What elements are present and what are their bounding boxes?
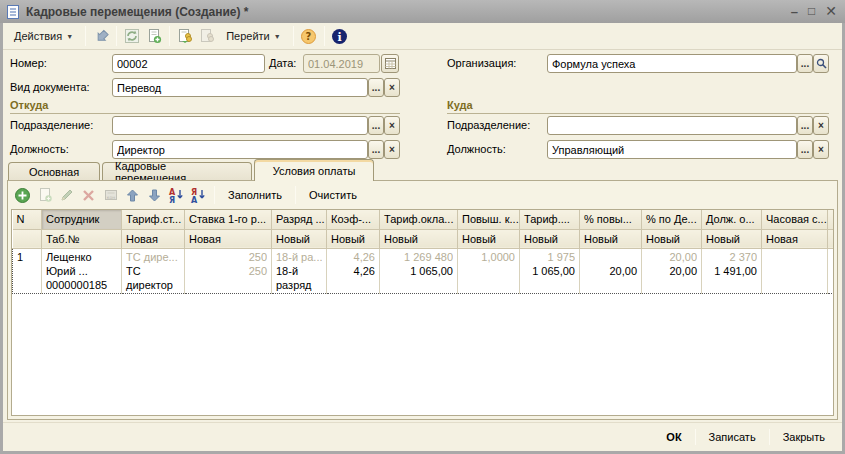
minimize-button[interactable]: – — [791, 5, 798, 18]
table-cell[interactable]: 4,264,26 — [327, 248, 380, 293]
tab-main[interactable]: Основная — [8, 162, 100, 181]
close-button-footer[interactable]: Закрыть — [772, 427, 836, 447]
column-subheader[interactable]: Новая — [185, 229, 272, 248]
column-subheader[interactable]: Таб.№ — [42, 229, 122, 248]
column-subheader[interactable]: Новая — [122, 229, 185, 248]
move-down-icon[interactable] — [145, 186, 164, 205]
column-header[interactable]: Разряд ... — [272, 210, 327, 229]
from-department-field[interactable] — [112, 116, 368, 135]
to-department-field[interactable] — [547, 116, 797, 135]
column-subheader[interactable]: Новый — [327, 229, 380, 248]
maximize-button[interactable]: □ — [808, 5, 815, 18]
column-subheader[interactable]: Новый — [520, 229, 580, 248]
column-subheader[interactable]: Новый — [702, 229, 762, 248]
table-cell[interactable]: 20,00 — [580, 248, 642, 293]
to-position-field[interactable] — [547, 140, 797, 159]
table-cell[interactable]: Лещенко Юрий ...0000000185 — [42, 248, 122, 293]
row-number-cell[interactable]: 1 — [13, 248, 42, 293]
column-subheader[interactable]: Новая — [762, 229, 828, 248]
delete-icon[interactable] — [79, 186, 98, 205]
close-button[interactable]: ✕ — [825, 5, 837, 18]
client-area: Действия▼ Перейти▼ — [3, 23, 842, 451]
sort-asc-icon[interactable]: АЯ — [167, 186, 186, 205]
column-header[interactable]: % по Де... — [642, 210, 702, 229]
table-cell[interactable]: 1 9751 065,00 — [520, 248, 580, 293]
goto-button[interactable]: Перейти▼ — [219, 27, 288, 45]
add-icon[interactable] — [13, 186, 32, 205]
info-icon[interactable]: i — [330, 26, 350, 46]
column-header[interactable]: Ставка 1-го р... — [185, 210, 272, 229]
refresh-icon[interactable] — [122, 26, 142, 46]
table-cell[interactable]: 18-й ра...18-й разряд — [272, 248, 327, 293]
date-field[interactable] — [303, 54, 380, 73]
unpost-icon[interactable] — [197, 26, 217, 46]
column-subheader[interactable]: Новый — [642, 229, 702, 248]
column-subheader[interactable]: Новый — [580, 229, 642, 248]
column-header[interactable]: Повыш. к... — [458, 210, 520, 229]
column-header[interactable]: Тариф.... — [520, 210, 580, 229]
old-value: 1,0000 — [462, 250, 515, 264]
doc-type-field[interactable] — [112, 78, 368, 97]
organization-field[interactable] — [547, 54, 797, 73]
column-header[interactable]: Коэф-... — [327, 210, 380, 229]
separator — [295, 186, 296, 204]
column-header[interactable]: % повы... — [580, 210, 642, 229]
fill-button[interactable]: Заполнить — [221, 186, 289, 204]
old-value: 1 975 — [524, 250, 575, 264]
table-cell[interactable]: 1 269 4801 065,00 — [380, 248, 458, 293]
from-position-field[interactable] — [112, 140, 368, 159]
organization-open-button[interactable] — [813, 54, 829, 73]
from-position-label: Должность: — [10, 140, 69, 159]
post-icon[interactable] — [175, 26, 195, 46]
old-value: 1 269 480 — [384, 250, 453, 264]
doc-type-choose-button[interactable]: ... — [368, 78, 384, 97]
table-cell[interactable]: ТС дире...ТС директор — [122, 248, 185, 293]
table-cell[interactable]: 20,0020,00 — [642, 248, 702, 293]
copy-add-icon[interactable] — [144, 26, 164, 46]
payment-terms-table: NСотрудникТариф.ст...Ставка 1-го р...Раз… — [12, 210, 834, 294]
write-button[interactable]: Записать — [698, 427, 767, 447]
write-icon[interactable] — [91, 26, 111, 46]
column-header[interactable]: N — [13, 210, 42, 229]
calendar-button[interactable] — [381, 54, 399, 73]
table-cell[interactable] — [762, 248, 828, 293]
table-cell[interactable]: 2 3701 491,00 — [702, 248, 762, 293]
move-up-icon[interactable] — [123, 186, 142, 205]
end-edit-icon[interactable]: кон — [101, 186, 120, 205]
column-subheader[interactable]: Новый — [458, 229, 520, 248]
number-field[interactable] — [112, 54, 265, 73]
column-subheader[interactable]: Новый — [380, 229, 458, 248]
grid-container[interactable]: NСотрудникТариф.ст...Ставка 1-го р...Раз… — [11, 209, 834, 416]
edit-icon[interactable] — [57, 186, 76, 205]
column-header[interactable]: Долж. о... — [702, 210, 762, 229]
actions-button[interactable]: Действия▼ — [7, 27, 80, 45]
tab-personnel-moves[interactable]: Кадровые перемещения — [102, 162, 252, 181]
table-row[interactable]: 1Лещенко Юрий ...0000000185ТС дире...ТС … — [13, 248, 835, 293]
column-subheader[interactable]: Новый — [272, 229, 327, 248]
column-header[interactable]: Тариф.ст... — [122, 210, 185, 229]
table-cell[interactable]: 250250 — [185, 248, 272, 293]
calendar-icon — [385, 58, 396, 69]
from-department-clear-button[interactable]: × — [384, 116, 400, 135]
doc-type-clear-button[interactable]: × — [384, 78, 400, 97]
from-position-choose-button[interactable]: ... — [368, 140, 384, 159]
to-department-clear-button[interactable]: × — [813, 116, 829, 135]
clear-button[interactable]: Очистить — [302, 186, 364, 204]
from-position-clear-button[interactable]: × — [384, 140, 400, 159]
table-cell[interactable]: 1,0000 — [458, 248, 520, 293]
column-header[interactable]: Сотрудник — [42, 210, 122, 229]
help-icon[interactable]: ? — [299, 26, 319, 46]
column-header[interactable]: Часовая с... — [762, 210, 828, 229]
from-department-choose-button[interactable]: ... — [368, 116, 384, 135]
to-position-clear-button[interactable]: × — [813, 140, 829, 159]
sort-desc-icon[interactable]: ЯА — [189, 186, 208, 205]
column-header[interactable]: Тариф.окла... — [380, 210, 458, 229]
organization-choose-button[interactable]: ... — [797, 54, 813, 73]
ok-button[interactable]: ОК — [655, 427, 692, 447]
to-position-choose-button[interactable]: ... — [797, 140, 813, 159]
column-subheader[interactable] — [13, 229, 42, 248]
copy-icon[interactable] — [35, 186, 54, 205]
to-department-choose-button[interactable]: ... — [797, 116, 813, 135]
tab-payment-terms[interactable]: Условия оплаты — [254, 159, 374, 181]
actions-label: Действия — [14, 30, 62, 42]
